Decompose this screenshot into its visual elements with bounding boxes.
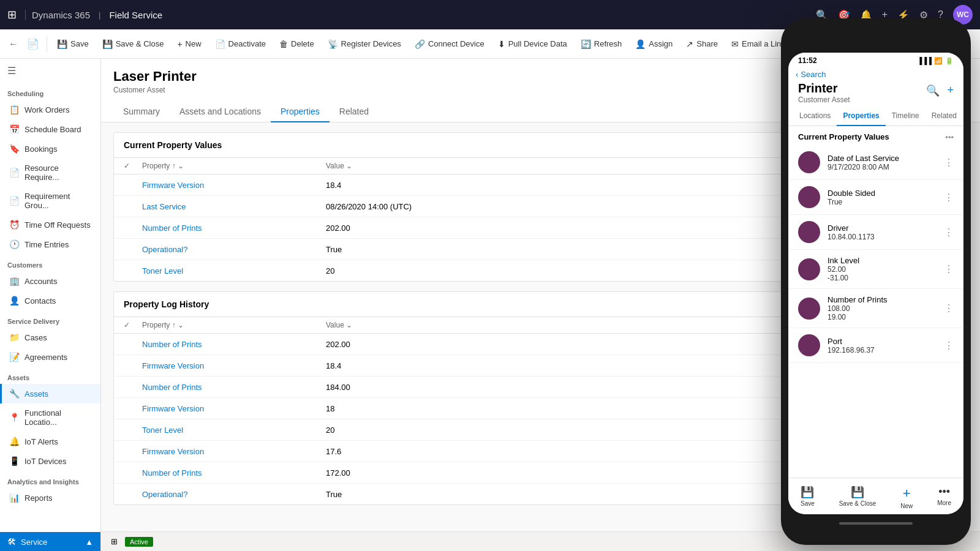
- sidebar-item-resource-require[interactable]: 📄Resource Require...: [0, 159, 100, 187]
- app-name: Dynamics 365: [25, 10, 90, 20]
- sidebar-item-reports[interactable]: 📊Reports: [0, 488, 100, 508]
- phone-prop-content: Number of Prints 108.00 19.00: [827, 295, 937, 321]
- sidebar-item-contacts[interactable]: 👤Contacts: [0, 291, 100, 310]
- log-firmware-1-link[interactable]: Firmware Version: [142, 361, 326, 370]
- firmware-version-link[interactable]: Firmware Version: [142, 181, 326, 190]
- agreements-icon: 📝: [9, 352, 20, 362]
- log-num-prints-1-link[interactable]: Number of Prints: [142, 340, 326, 349]
- toner-link[interactable]: Toner Level: [142, 266, 326, 276]
- log-num-prints-3-link[interactable]: Number of Prints: [142, 468, 326, 478]
- phone-prop-content: Date of Last Service 9/17/2020 8:00 AM: [827, 154, 937, 171]
- new-button[interactable]: + New: [171, 36, 207, 53]
- firmware-value: 18.4: [326, 181, 847, 190]
- phone-tab-properties[interactable]: Properties: [837, 107, 885, 126]
- sidebar-item-schedule-board[interactable]: 📅Schedule Board: [0, 119, 100, 139]
- sidebar-item-assets[interactable]: 🔧Assets: [0, 384, 100, 403]
- sidebar-item-cases[interactable]: 📁Cases: [0, 328, 100, 347]
- phone-save-button[interactable]: 💾 Save: [794, 483, 821, 512]
- phone-signal-icon: ▐▐▐: [918, 57, 932, 64]
- service-icon: 🛠: [7, 537, 16, 547]
- phone-prop-menu-icon[interactable]: ⋮: [944, 263, 954, 275]
- phone-tab-timeline[interactable]: Timeline: [886, 107, 925, 126]
- phone-prop-val2: 19.00: [827, 313, 937, 321]
- phone-prop-menu-icon[interactable]: ⋮: [944, 227, 954, 238]
- log-operational-link[interactable]: Operational?: [142, 490, 326, 499]
- log-firmware-2-link[interactable]: Firmware Version: [142, 404, 326, 413]
- operational-value: True: [326, 245, 847, 254]
- tab-summary[interactable]: Summary: [113, 102, 170, 122]
- save-close-button[interactable]: 💾 Save & Close: [96, 36, 170, 53]
- phone-prop-item: Number of Prints 108.00 19.00 ⋮: [788, 289, 963, 328]
- sidebar-bottom-service[interactable]: 🛠 Service ▲: [0, 532, 100, 551]
- log-property-col-header[interactable]: Property ↑ ⌄: [142, 321, 326, 329]
- sidebar-item-agreements[interactable]: 📝Agreements: [0, 347, 100, 367]
- property-col-header[interactable]: Property ↑ ⌄: [142, 162, 326, 170]
- sidebar-item-bookings[interactable]: 🔖Bookings: [0, 139, 100, 159]
- page-icon: ⊞: [111, 537, 118, 546]
- tab-properties[interactable]: Properties: [271, 102, 330, 122]
- func-loc-icon: 📍: [9, 413, 20, 422]
- log-num-prints-2-link[interactable]: Number of Prints: [142, 383, 326, 392]
- share-button[interactable]: ↗ Share: [680, 36, 724, 53]
- connect-device-button[interactable]: 🔗 Connect Device: [409, 36, 491, 53]
- num-prints-link[interactable]: Number of Prints: [142, 223, 326, 233]
- log-value-col-header[interactable]: Value ⌄: [326, 321, 847, 329]
- log-toner-link[interactable]: Toner Level: [142, 425, 326, 435]
- phone-prop-dot: [798, 258, 820, 280]
- sidebar-item-time-entries[interactable]: 🕐Time Entries: [0, 234, 100, 254]
- log-firmware-3-link[interactable]: Firmware Version: [142, 447, 326, 456]
- sidebar-item-functional-locations[interactable]: 📍Functional Locatio...: [0, 403, 100, 432]
- sidebar-item-requirement-group[interactable]: 📄Requirement Grou...: [0, 187, 100, 215]
- phone-prop-content: Ink Level 52.00 -31.00: [827, 256, 937, 282]
- pull-device-button[interactable]: ⬇ Pull Device Data: [492, 36, 573, 53]
- assets-section-header: Assets: [0, 367, 100, 384]
- status-badge: Active: [125, 537, 153, 547]
- tab-related[interactable]: Related: [330, 102, 379, 122]
- delete-button[interactable]: 🗑 Delete: [273, 36, 320, 53]
- log-firmware-1-value: 18.4: [326, 361, 847, 370]
- back-button[interactable]: ←: [5, 35, 22, 53]
- phone-prop-menu-icon[interactable]: ⋮: [944, 340, 954, 351]
- phone-prop-val1: 108.00: [827, 304, 937, 313]
- phone-prop-menu-icon[interactable]: ⋮: [944, 157, 954, 168]
- tab-assets-locations[interactable]: Assets and Locations: [170, 102, 271, 122]
- phone-new-button[interactable]: + New: [894, 483, 919, 512]
- register-devices-button[interactable]: 📡 Register Devices: [322, 36, 407, 53]
- log-toner-value: 20: [326, 425, 847, 435]
- log-firmware-2-value: 18: [326, 404, 847, 413]
- phone-tab-related[interactable]: Related: [925, 107, 963, 126]
- num-prints-value: 202.00: [326, 223, 847, 233]
- sidebar-item-iot-alerts[interactable]: 🔔IoT Alerts: [0, 432, 100, 451]
- sidebar-item-time-off[interactable]: ⏰Time Off Requests: [0, 215, 100, 234]
- customers-section-header: Customers: [0, 254, 100, 271]
- phone-back-button[interactable]: ‹ Search: [788, 67, 963, 81]
- phone-more-button[interactable]: ••• More: [931, 483, 957, 512]
- phone-add-icon[interactable]: +: [947, 84, 954, 97]
- phone-prop-menu-icon[interactable]: ⋮: [944, 302, 954, 314]
- last-service-link[interactable]: Last Service: [142, 202, 326, 211]
- phone-prop-val2: -31.00: [827, 274, 937, 282]
- phone-save-close-button[interactable]: 💾 Save & Close: [833, 483, 883, 512]
- phone-prop-content: Driver 10.84.00.1173: [827, 223, 937, 241]
- value-col-header[interactable]: Value ⌄: [326, 162, 847, 170]
- phone-prop-item: Ink Level 52.00 -31.00 ⋮: [788, 250, 963, 289]
- phone-prop-menu-icon[interactable]: ⋮: [944, 192, 954, 203]
- sidebar-item-accounts[interactable]: 🏢Accounts: [0, 271, 100, 291]
- phone-save-close-icon: 💾: [851, 485, 864, 499]
- log-operational-value: True: [326, 490, 847, 499]
- phone-search-icon[interactable]: 🔍: [926, 84, 940, 97]
- sidebar-item-iot-devices[interactable]: 📱IoT Devices: [0, 451, 100, 471]
- page-icon-button[interactable]: 📄: [23, 34, 43, 53]
- refresh-button[interactable]: 🔄 Refresh: [575, 36, 628, 53]
- assets-icon: 🔧: [9, 389, 20, 399]
- assign-button[interactable]: 👤 Assign: [629, 36, 679, 53]
- operational-link[interactable]: Operational?: [142, 245, 326, 254]
- save-button[interactable]: 💾 Save: [51, 36, 95, 53]
- waffle-icon[interactable]: ⊞: [7, 8, 17, 21]
- last-service-value: 08/26/2020 14:00 (UTC): [326, 202, 847, 211]
- sidebar-hamburger[interactable]: ☰: [0, 59, 100, 83]
- phone-tab-locations[interactable]: Locations: [793, 107, 837, 126]
- sidebar-item-work-orders[interactable]: 📋Work Orders: [0, 100, 100, 119]
- deactivate-button[interactable]: 📄 Deactivate: [209, 36, 272, 53]
- phone-section-menu[interactable]: •••: [945, 132, 954, 141]
